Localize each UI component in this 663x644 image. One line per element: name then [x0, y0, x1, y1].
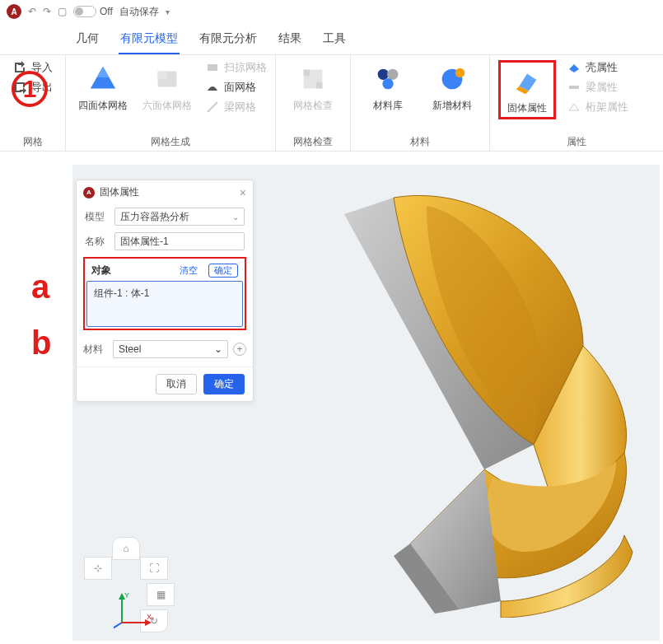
- name-input[interactable]: 固体属性-1: [114, 232, 245, 250]
- svg-rect-8: [316, 82, 323, 89]
- annotation-a: a: [31, 268, 49, 306]
- undo-icon[interactable]: ↶: [28, 6, 36, 17]
- object-header: 对象 清空 确定: [86, 260, 243, 281]
- meshcheck-group-label: 网格检查: [284, 133, 342, 149]
- beam-prop-label: 梁属性: [586, 80, 618, 95]
- object-label: 对象: [91, 264, 111, 278]
- svg-point-13: [455, 68, 465, 77]
- tet-mesh-label: 四面体网格: [78, 100, 128, 111]
- panel-header: A 固体属性 ×: [77, 180, 253, 204]
- solid-prop-label: 固体属性: [507, 102, 547, 114]
- hex-mesh-button[interactable]: 六面体网格: [138, 60, 196, 111]
- tet-mesh-icon: [87, 63, 119, 95]
- shell-prop-icon: [567, 61, 581, 74]
- svg-text:Y: Y: [124, 591, 129, 600]
- svg-marker-1: [96, 67, 109, 77]
- tab-geometry[interactable]: 几何: [74, 28, 100, 54]
- ribbon-group-property: 固体属性 壳属性 梁属性 桁架属性 属性: [490, 55, 663, 151]
- svg-point-11: [382, 78, 393, 89]
- tab-fem-model[interactable]: 有限元模型: [119, 28, 180, 54]
- solid-property-panel: A 固体属性 × 模型 压力容器热分析 ⌄ 名称 固体属性-1 对象 清空 确定…: [76, 180, 254, 402]
- close-icon[interactable]: ×: [240, 186, 246, 199]
- hex-mesh-icon: [152, 63, 183, 95]
- beam-mesh-label: 梁网格: [224, 100, 256, 114]
- autosave-label: 自动保存: [119, 5, 159, 19]
- panel-title: 固体属性: [100, 185, 139, 199]
- redo-icon[interactable]: ↷: [43, 6, 51, 17]
- model-label: 模型: [85, 210, 110, 224]
- beam-mesh-button[interactable]: 梁网格: [206, 100, 267, 114]
- model-select[interactable]: 压力容器热分析 ⌄: [114, 208, 245, 226]
- title-bar: A ↶ ↷ ▢ Off 自动保存 ▾: [0, 0, 663, 23]
- name-row: 名称 固体属性-1: [77, 229, 253, 254]
- ribbon-group-meshgen: 四面体网格 六面体网格 扫掠网格 面网格 梁网格: [66, 55, 276, 151]
- cancel-button[interactable]: 取消: [156, 374, 197, 394]
- axis-triad-icon: Y X: [114, 590, 155, 631]
- sweep-mesh-button[interactable]: 扫掠网格: [206, 60, 267, 75]
- ribbon: 导入 导出 网格 四面体网格 六面体网格 扫掠网格: [0, 54, 663, 152]
- surf-mesh-button[interactable]: 面网格: [206, 80, 267, 95]
- app-icon: A: [7, 4, 21, 19]
- chevron-down-icon: ⌄: [214, 343, 222, 355]
- main-tabs: 几何 有限元模型 有限元分析 结果 工具: [0, 23, 663, 54]
- tab-result[interactable]: 结果: [277, 28, 303, 54]
- svg-rect-4: [208, 64, 217, 71]
- svg-rect-14: [569, 86, 579, 89]
- autosave-toggle[interactable]: Off: [73, 6, 113, 17]
- model-row: 模型 压力容器热分析 ⌄: [77, 204, 253, 229]
- solid-prop-button[interactable]: 固体属性: [498, 60, 556, 119]
- mesh-check-button[interactable]: 网格检查: [284, 60, 342, 111]
- truss-prop-icon: [567, 100, 581, 114]
- nav-home-icon[interactable]: ⌂: [112, 537, 140, 560]
- nav-fit-icon[interactable]: ⛶: [140, 557, 168, 580]
- ok-button[interactable]: 确定: [203, 374, 245, 394]
- new-mat-label: 新增材料: [432, 100, 472, 111]
- svg-point-10: [387, 69, 398, 80]
- truss-prop-button[interactable]: 桁架属性: [567, 100, 628, 114]
- svg-line-5: [208, 102, 217, 112]
- shell-prop-button[interactable]: 壳属性: [567, 60, 628, 75]
- material-row: 材料 Steel ⌄ +: [77, 335, 253, 366]
- material-value: Steel: [119, 343, 141, 355]
- nav-wheel[interactable]: ⌂ ⊹ ⛶ ▦ ↻ Y X: [77, 537, 176, 636]
- tab-tool[interactable]: 工具: [321, 28, 348, 54]
- annotation-1: 1: [12, 71, 48, 107]
- tet-mesh-button[interactable]: 四面体网格: [74, 60, 132, 111]
- tab-fem-analysis[interactable]: 有限元分析: [198, 28, 259, 54]
- add-material-button[interactable]: +: [233, 343, 246, 356]
- mat-lib-label: 材料库: [373, 100, 403, 111]
- ribbon-group-meshcheck: 网格检查 网格检查: [276, 55, 351, 151]
- beam-mesh-icon: [206, 100, 219, 114]
- clear-button[interactable]: 清空: [174, 264, 203, 278]
- confirm-object-button[interactable]: 确定: [208, 264, 238, 278]
- svg-line-22: [114, 623, 122, 631]
- hex-mesh-label: 六面体网格: [142, 100, 192, 111]
- truss-prop-label: 桁架属性: [586, 100, 628, 114]
- chevron-down-icon[interactable]: ▾: [166, 7, 170, 16]
- annotation-b: b: [31, 324, 51, 362]
- mesh-check-label: 网格检查: [293, 100, 333, 111]
- new-mat-icon: [437, 63, 468, 95]
- switch-icon: [73, 6, 96, 17]
- new-mat-button[interactable]: 新增材料: [423, 60, 481, 111]
- object-block: 对象 清空 确定 组件-1 : 体-1: [83, 257, 246, 330]
- ribbon-group-material: 材料库 新增材料 材料: [351, 55, 490, 151]
- model-value: 压力容器热分析: [120, 210, 189, 224]
- object-value: 组件-1 : 体-1: [94, 287, 149, 299]
- svg-rect-7: [304, 70, 310, 77]
- meshgen-group-label: 网格生成: [74, 133, 267, 149]
- autosave-off-label: Off: [100, 6, 113, 17]
- surf-mesh-icon: [206, 81, 219, 94]
- svg-text:X: X: [147, 613, 152, 621]
- mat-lib-button[interactable]: 材料库: [359, 60, 417, 111]
- beam-prop-button[interactable]: 梁属性: [567, 80, 628, 95]
- name-label: 名称: [85, 235, 110, 249]
- nav-axes-icon[interactable]: ⊹: [84, 557, 112, 580]
- save-icon[interactable]: ▢: [58, 6, 67, 17]
- beam-prop-icon: [567, 81, 581, 94]
- object-selection-box[interactable]: 组件-1 : 体-1: [86, 281, 243, 327]
- panel-footer: 取消 确定: [77, 366, 253, 401]
- model-3d: [287, 189, 649, 618]
- material-select[interactable]: Steel ⌄: [113, 340, 228, 358]
- shell-prop-label: 壳属性: [586, 60, 618, 75]
